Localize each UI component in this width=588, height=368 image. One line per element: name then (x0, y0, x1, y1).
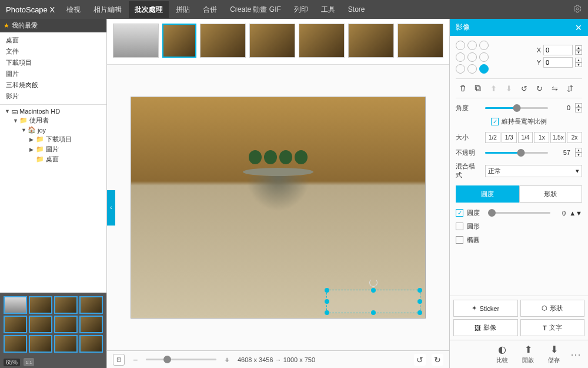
anchor-bc[interactable] (467, 64, 477, 74)
angle-stepper[interactable]: ▲▼ (575, 103, 582, 112)
nav-pictures[interactable]: 圖片 (1, 68, 105, 79)
close-icon[interactable]: ✕ (575, 23, 582, 32)
selection-overlay[interactable] (326, 290, 420, 313)
opacity-stepper[interactable]: ▲▼ (575, 148, 582, 157)
redo-button[interactable]: ↻ (432, 354, 443, 366)
roundness-slider[interactable] (488, 212, 550, 214)
zoom-slider[interactable] (146, 359, 216, 360)
nav-documents[interactable]: 文件 (1, 46, 105, 57)
strip-thumb[interactable] (200, 24, 246, 58)
strip-thumb[interactable] (249, 24, 295, 58)
nav-desktop[interactable]: 桌面 (1, 35, 105, 46)
menu-print[interactable]: 列印 (288, 1, 314, 18)
menu-gif[interactable]: Create 動畫 GIF (224, 1, 287, 18)
compare-button[interactable]: ◐比較 (490, 343, 514, 366)
angle-slider[interactable] (485, 107, 548, 109)
anchor-mc[interactable] (467, 52, 477, 62)
menu-view[interactable]: 檢視 (61, 1, 86, 18)
tree-pictures[interactable]: ▶📁圖片 (1, 144, 105, 154)
ellipse-checkbox[interactable] (456, 236, 463, 244)
tree-users[interactable]: ▼📁使用者 (1, 115, 105, 125)
strip-thumb[interactable] (397, 24, 443, 58)
thumb[interactable] (54, 296, 78, 314)
thumb[interactable] (54, 335, 78, 353)
more-icon[interactable]: ⋯ (568, 348, 583, 361)
menu-combine[interactable]: 合併 (197, 1, 223, 18)
roundness-checkbox[interactable]: ✓ (456, 209, 463, 217)
resize-handle[interactable] (371, 310, 376, 315)
circle-checkbox[interactable] (456, 223, 463, 230)
anchor-ml[interactable] (456, 52, 465, 62)
opacity-slider[interactable] (485, 152, 548, 154)
shape-button[interactable]: ⬡形狀 (520, 300, 585, 317)
anchor-tc[interactable] (467, 41, 477, 50)
sticker-button[interactable]: ✶Sticker (453, 300, 518, 317)
menu-store[interactable]: Store (342, 2, 371, 17)
blend-select[interactable]: 正常▾ (485, 165, 582, 177)
anchor-br[interactable] (479, 64, 489, 74)
resize-handle[interactable] (371, 288, 376, 293)
nav-videos[interactable]: 影片 (1, 91, 105, 102)
flip-h-icon[interactable]: ⇋ (547, 81, 562, 95)
strip-thumb[interactable] (113, 24, 159, 58)
thumb[interactable] (79, 335, 103, 353)
tree-user-joy[interactable]: ▼🏠joy (1, 125, 105, 134)
keep-aspect-checkbox[interactable]: ✓ (491, 118, 499, 125)
resize-handle[interactable] (325, 299, 329, 304)
delete-icon[interactable] (456, 81, 470, 95)
bring-front-icon[interactable]: ⬆ (486, 81, 500, 95)
resize-handle[interactable] (325, 310, 329, 315)
nav-downloads[interactable]: 下載項目 (1, 57, 105, 68)
tab-roundness[interactable]: 圓度 (456, 185, 519, 203)
roundness-stepper[interactable]: ▲▼ (569, 210, 582, 217)
size-2x[interactable]: 2x (567, 132, 582, 143)
anchor-tr[interactable] (479, 41, 489, 50)
size-third[interactable]: 1/3 (502, 132, 517, 143)
tree-root[interactable]: ▼🖴Macintosh HD (1, 107, 105, 115)
resize-handle[interactable] (417, 310, 422, 315)
gear-icon[interactable] (573, 4, 582, 15)
resize-handle[interactable] (325, 288, 329, 293)
thumb[interactable] (29, 296, 52, 314)
thumb[interactable] (4, 316, 27, 333)
zoom-out-button[interactable]: − (131, 355, 140, 364)
flip-v-icon[interactable]: ⇵ (563, 81, 577, 95)
size-quarter[interactable]: 1/4 (518, 132, 533, 143)
menu-batch[interactable]: 批次處理 (129, 1, 169, 18)
thumb[interactable] (79, 316, 103, 333)
size-1-5x[interactable]: 1.5x (550, 132, 566, 143)
resize-handle[interactable] (417, 288, 422, 293)
fit-button[interactable]: ⊡ (113, 354, 125, 366)
send-back-icon[interactable]: ⬇ (502, 81, 516, 95)
size-1x[interactable]: 1x (534, 132, 549, 143)
menu-edit[interactable]: 相片編輯 (88, 1, 128, 18)
rotate-right-icon[interactable]: ↻ (532, 81, 546, 95)
x-stepper[interactable]: ▲▼ (575, 45, 582, 55)
strip-thumb[interactable] (348, 24, 394, 58)
undo-button[interactable]: ↺ (414, 354, 426, 366)
tree-downloads[interactable]: ▶📁下載項目 (1, 134, 105, 144)
strip-thumb-selected[interactable] (162, 24, 196, 58)
zoom-in-button[interactable]: + (222, 355, 232, 364)
image-button[interactable]: 🖼影像 (453, 319, 518, 336)
tab-shape[interactable]: 形狀 (519, 185, 583, 203)
canvas-image[interactable] (131, 97, 425, 318)
thumb[interactable] (29, 335, 52, 353)
thumb[interactable] (29, 316, 52, 333)
thumb[interactable] (54, 316, 78, 333)
strip-thumb[interactable] (299, 24, 345, 58)
rotate-handle-icon[interactable] (369, 279, 377, 287)
anchor-mr[interactable] (479, 52, 489, 62)
thumb[interactable] (4, 296, 27, 314)
tree-desktop[interactable]: 📁桌面 (1, 154, 105, 164)
text-button[interactable]: T文字 (520, 319, 585, 336)
thumb[interactable] (79, 296, 103, 314)
size-half[interactable]: 1/2 (485, 132, 500, 143)
duplicate-icon[interactable] (471, 81, 485, 95)
y-input[interactable] (543, 57, 573, 68)
save-button[interactable]: ⬇儲存 (542, 343, 566, 366)
menu-collage[interactable]: 拼貼 (170, 1, 196, 18)
anchor-tl[interactable] (456, 41, 465, 50)
anchor-grid[interactable] (456, 41, 489, 74)
x-input[interactable] (543, 45, 573, 55)
